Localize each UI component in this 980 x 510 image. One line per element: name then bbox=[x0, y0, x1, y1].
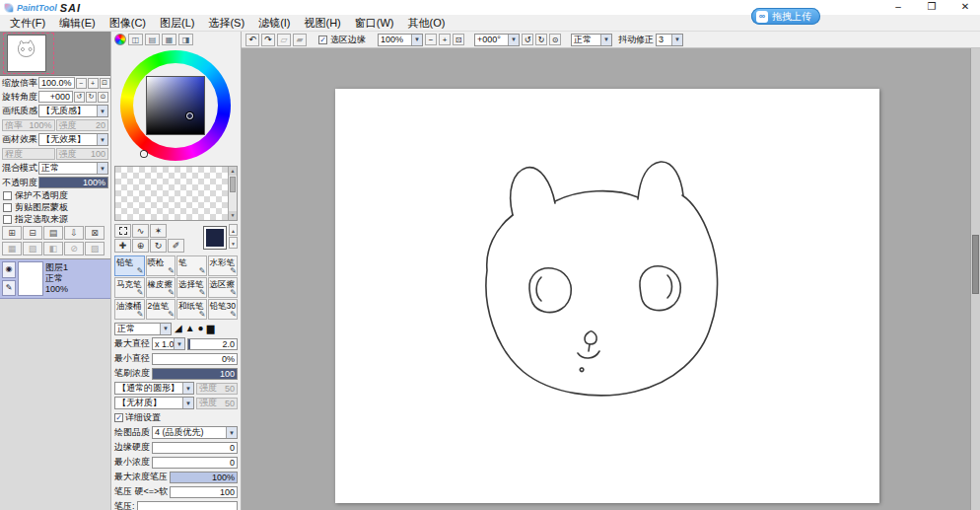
chevron-down-icon[interactable]: ▼ bbox=[160, 324, 171, 334]
paper-scale-box[interactable]: 倍率 100% bbox=[2, 119, 55, 131]
brush-bucket[interactable]: 油漆桶✎ bbox=[114, 299, 145, 320]
redo-button[interactable]: ↷ bbox=[261, 34, 275, 46]
new-layer-button[interactable]: ⊞ bbox=[2, 226, 22, 240]
chevron-down-icon[interactable]: ▼ bbox=[182, 383, 193, 394]
rgb-slider-toggle[interactable]: ◫ bbox=[128, 34, 143, 45]
scrollbar-thumb[interactable] bbox=[972, 235, 979, 294]
brush-tip-shape-2[interactable]: ▲ bbox=[185, 324, 195, 333]
checkbox-clipping-mask[interactable]: 剪贴图层蒙板 bbox=[0, 201, 110, 213]
layer-opacity-slider[interactable]: 100% bbox=[38, 177, 108, 188]
brush-selection-eraser[interactable]: 选区擦✎ bbox=[208, 277, 239, 298]
color-wheel[interactable] bbox=[111, 47, 241, 164]
menu-window[interactable]: 窗口(W) bbox=[348, 16, 401, 31]
checkbox-icon[interactable] bbox=[3, 215, 12, 224]
close-button[interactable]: ✕ bbox=[954, 0, 976, 14]
navigator-view-frame[interactable] bbox=[3, 33, 54, 74]
edge-hardness-slider[interactable]: 0 bbox=[152, 442, 238, 454]
menu-others[interactable]: 其他(O) bbox=[401, 16, 453, 31]
color-wheel-toggle-icon[interactable] bbox=[114, 34, 126, 45]
canvas-drawing[interactable] bbox=[335, 89, 879, 503]
brush-shape-select[interactable]: 【通常的圆形】 ▼ bbox=[114, 382, 194, 395]
checkbox-checked-icon[interactable]: ✓ bbox=[318, 36, 327, 44]
menu-filter[interactable]: 滤镜(I) bbox=[251, 16, 297, 31]
sv-marker[interactable] bbox=[186, 112, 193, 119]
scratchpad[interactable]: ▲ ▼ bbox=[114, 166, 238, 221]
delete-layer-button[interactable]: ▧ bbox=[23, 242, 42, 255]
layer-visibility-toggle[interactable]: ◉ bbox=[2, 261, 16, 278]
chevron-down-icon[interactable]: ▼ bbox=[97, 134, 107, 145]
blend-mode-select[interactable]: 正常 ▼ bbox=[38, 162, 108, 175]
material-effect-select[interactable]: 【无效果】 ▼ bbox=[38, 133, 108, 146]
canvas-viewport[interactable] bbox=[242, 48, 980, 510]
rotate-angle-value[interactable]: +000 bbox=[38, 91, 73, 103]
chevron-down-icon[interactable]: ▼ bbox=[97, 163, 107, 174]
brush-tip-shape-3[interactable]: ● bbox=[198, 324, 204, 333]
brush-eraser[interactable]: 橡皮擦✎ bbox=[146, 277, 176, 298]
chevron-down-icon[interactable]: ▼ bbox=[671, 35, 682, 45]
texture-strength-box[interactable]: 强度 50 bbox=[196, 398, 238, 409]
view-zoom-select[interactable]: 100% ▼ bbox=[378, 34, 423, 46]
brush-pen[interactable]: 笔✎ bbox=[176, 255, 207, 276]
canvas[interactable] bbox=[335, 89, 879, 503]
chevron-down-icon[interactable]: ▼ bbox=[600, 35, 611, 45]
view-zoom-reset-button[interactable]: ⊡ bbox=[453, 34, 464, 45]
magic-wand-tool[interactable]: ✶ bbox=[150, 224, 167, 238]
zoom-ratio-value[interactable]: 100.0% bbox=[38, 77, 75, 89]
hue-marker[interactable] bbox=[141, 151, 147, 157]
current-color-swatch[interactable] bbox=[203, 226, 227, 250]
hsv-slider-toggle[interactable]: ▤ bbox=[145, 34, 160, 45]
pressure-clipped-slider[interactable] bbox=[137, 501, 238, 510]
maximize-button[interactable]: ❐ bbox=[921, 0, 943, 14]
navigator-preview[interactable] bbox=[0, 32, 110, 76]
min-diameter-slider[interactable]: 0% bbox=[152, 353, 238, 365]
checkbox-protect-opacity[interactable]: 保护不透明度 bbox=[0, 189, 110, 201]
canvas-vertical-scrollbar[interactable] bbox=[970, 48, 980, 510]
nav-zoom-reset-button[interactable]: ⊡ bbox=[100, 78, 110, 89]
scrollbar-thumb[interactable] bbox=[230, 177, 236, 192]
brush-binary-pen[interactable]: 2值笔✎ bbox=[146, 299, 176, 320]
new-folder-button[interactable]: ⊟ bbox=[23, 226, 42, 240]
panel-scroll-down-icon[interactable]: ▼ bbox=[229, 237, 238, 249]
menu-file[interactable]: 文件(F) bbox=[3, 16, 52, 31]
brush-airbrush[interactable]: 喷枪✎ bbox=[146, 255, 176, 276]
swatches-toggle[interactable]: ▦ bbox=[162, 34, 176, 45]
effect-strength-box[interactable]: 强度 100 bbox=[56, 148, 109, 160]
shape-strength-box[interactable]: 强度 50 bbox=[196, 383, 238, 395]
saturation-value-square[interactable] bbox=[146, 76, 205, 135]
chevron-down-icon[interactable]: ▼ bbox=[97, 106, 107, 116]
view-rotate-ccw-button[interactable]: ↺ bbox=[522, 34, 533, 45]
max-diameter-slider[interactable]: 2.0 bbox=[187, 338, 238, 350]
diameter-unit-select[interactable]: x 1.0 ▼ bbox=[152, 337, 185, 350]
chevron-down-icon[interactable]: ▼ bbox=[226, 427, 237, 438]
menu-selection[interactable]: 选择(S) bbox=[201, 16, 251, 31]
nav-rotate-reset-button[interactable]: ⊙ bbox=[98, 92, 108, 103]
brush-texture-select[interactable]: 【无材质】 ▼ bbox=[114, 397, 194, 409]
checkbox-selection-source[interactable]: 指定选取来源 bbox=[0, 213, 110, 225]
reselect-button[interactable]: ▰ bbox=[293, 34, 307, 46]
checkbox-icon[interactable] bbox=[3, 191, 12, 200]
chevron-down-icon[interactable]: ▼ bbox=[174, 338, 184, 349]
brush-selection-pen[interactable]: 选择笔✎ bbox=[176, 277, 207, 298]
scroll-down-icon[interactable]: ▼ bbox=[229, 211, 237, 220]
scroll-up-icon[interactable]: ▲ bbox=[229, 167, 237, 176]
menu-layer[interactable]: 图层(L) bbox=[153, 16, 201, 31]
brush-blend-select[interactable]: 正常 ▼ bbox=[114, 323, 172, 335]
quality-select[interactable]: 4 (品质优先) ▼ bbox=[152, 426, 238, 439]
zoom-tool[interactable]: ⊕ bbox=[132, 239, 149, 253]
nav-zoom-out-button[interactable]: − bbox=[76, 78, 87, 89]
lock-layer-button[interactable]: ◧ bbox=[43, 242, 63, 255]
brush-tip-shape-4[interactable]: ▆ bbox=[207, 324, 215, 333]
minimize-button[interactable]: – bbox=[887, 0, 909, 14]
panel-scroll-up-icon[interactable]: ▲ bbox=[229, 224, 238, 236]
view-rotate-reset-button[interactable]: ⊙ bbox=[549, 34, 561, 45]
clear-layer-button[interactable]: ▦ bbox=[2, 242, 22, 255]
chevron-down-icon[interactable]: ▼ bbox=[411, 35, 422, 45]
view-zoom-out-button[interactable]: − bbox=[425, 34, 437, 45]
brush-marker[interactable]: 马克笔✎ bbox=[114, 277, 145, 298]
paint-mode-select[interactable]: 正常 ▼ bbox=[571, 34, 612, 46]
layer-extra-button[interactable]: ▨ bbox=[85, 242, 105, 255]
layer-row[interactable]: ◉ ✎ 图层1 正常 100% bbox=[0, 259, 110, 299]
view-angle-select[interactable]: +000° ▼ bbox=[474, 34, 520, 46]
nav-rotate-ccw-button[interactable]: ↺ bbox=[74, 92, 85, 103]
brush-pencil[interactable]: 铅笔✎ bbox=[114, 255, 145, 276]
